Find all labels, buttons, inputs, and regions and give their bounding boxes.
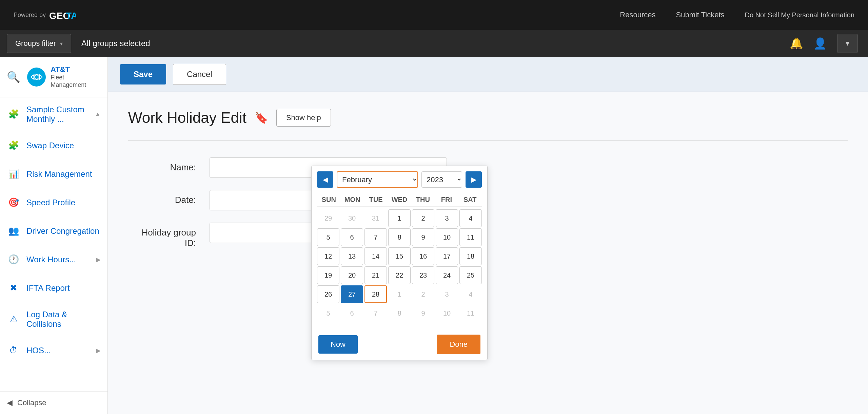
calendar-header: ◀ JanuaryFebruaryMarchAprilMayJuneJulyAu… bbox=[312, 166, 487, 193]
cancel-button[interactable]: Cancel bbox=[173, 64, 226, 85]
calendar-cell-cur-21[interactable]: 21 bbox=[364, 266, 387, 284]
calendar-row-1: 567891011 bbox=[317, 228, 482, 246]
sidebar-item-risk-management[interactable]: 📊 Risk Management bbox=[0, 160, 107, 188]
calendar-cell-next-9: 9 bbox=[412, 304, 434, 322]
calendar-cell-cur-13[interactable]: 13 bbox=[341, 247, 363, 265]
save-button[interactable]: Save bbox=[120, 64, 166, 84]
calendar-row-5: 567891011 bbox=[317, 304, 482, 322]
sidebar-item-speed-profile[interactable]: 🎯 Speed Profile bbox=[0, 188, 107, 217]
calendar-cell-cur-10[interactable]: 10 bbox=[436, 228, 458, 246]
nav-label-ifta-report: IFTA Report bbox=[26, 283, 101, 293]
logo-area: Powered by GEO TAB bbox=[14, 8, 76, 22]
filter-bar: Groups filter ▾ All groups selected 🔔 👤 … bbox=[0, 30, 868, 57]
submit-tickets-link[interactable]: Submit Tickets bbox=[676, 11, 724, 19]
top-bar: Powered by GEO TAB Resources Submit Tick… bbox=[0, 0, 868, 30]
day-header-fri: FRI bbox=[435, 196, 458, 204]
calendar-cell-next-11: 11 bbox=[459, 304, 482, 322]
calendar-day-headers: SUNMONTUEWEDTHUFRISAT bbox=[317, 193, 482, 207]
form-row-holiday-group: Holiday group ID: bbox=[128, 223, 848, 248]
collapse-button[interactable]: ◀ Collapse bbox=[7, 398, 101, 407]
nav-label-hos: HOS... bbox=[26, 346, 90, 355]
calendar-cell-cur-18[interactable]: 18 bbox=[459, 247, 482, 265]
calendar-cell-cur-22[interactable]: 22 bbox=[388, 266, 411, 284]
svg-text:TAB: TAB bbox=[66, 11, 76, 21]
calendar-rows: 2930311234567891011121314151617181920212… bbox=[317, 209, 482, 322]
user-icon[interactable]: 👤 bbox=[813, 37, 827, 50]
content-body: Work Holiday Edit 🔖 Show help Name: Date… bbox=[108, 92, 868, 265]
calendar-cell-next-4: 4 bbox=[459, 285, 482, 303]
sidebar-footer: ◀ Collapse bbox=[0, 391, 107, 414]
nav-icon-risk-management: 📊 bbox=[7, 167, 20, 181]
holiday-group-label: Holiday group ID: bbox=[128, 223, 196, 248]
nav-arrow-work-hours: ▶ bbox=[96, 256, 101, 263]
calendar-year-select[interactable]: 202220232024 bbox=[421, 171, 462, 188]
nav-icon-hos: ⏱ bbox=[7, 344, 20, 357]
calendar-cell-cur-7[interactable]: 7 bbox=[364, 228, 387, 246]
nav-icon-ifta-report: ✖ bbox=[7, 281, 20, 295]
calendar-next-button[interactable]: ▶ bbox=[466, 171, 482, 188]
calendar-cell-cur-19[interactable]: 19 bbox=[317, 266, 339, 284]
sidebar-item-sample-custom[interactable]: 🧩 Sample Custom Monthly ... ▲ bbox=[0, 97, 107, 131]
sidebar-item-driver-congregation[interactable]: 👥 Driver Congregation bbox=[0, 217, 107, 245]
search-icon[interactable]: 🔍 bbox=[7, 71, 20, 83]
calendar-cell-next-1: 1 bbox=[388, 285, 411, 303]
calendar-cell-cur-16[interactable]: 16 bbox=[412, 247, 434, 265]
content-toolbar: Save Cancel bbox=[108, 57, 868, 92]
user-menu-label: ▾ bbox=[846, 39, 849, 48]
now-button[interactable]: Now bbox=[318, 335, 358, 354]
nav-label-swap-device: Swap Device bbox=[26, 141, 101, 150]
sidebar-item-log-data[interactable]: ⚠ Log Data & Collisions bbox=[0, 302, 107, 336]
calendar-cell-cur-4[interactable]: 4 bbox=[459, 209, 482, 227]
name-label: Name: bbox=[128, 157, 196, 173]
nav-icon-work-hours: 🕐 bbox=[7, 253, 20, 266]
calendar-cell-cur-28[interactable]: 28 bbox=[364, 285, 387, 303]
calendar-cell-next-5: 5 bbox=[317, 304, 339, 322]
resources-link[interactable]: Resources bbox=[620, 11, 655, 19]
calendar-prev-icon: ◀ bbox=[323, 175, 328, 184]
sidebar-item-hos[interactable]: ⏱ HOS... ▶ bbox=[0, 336, 107, 365]
calendar-cell-cur-3[interactable]: 3 bbox=[436, 209, 458, 227]
calendar-cell-cur-20[interactable]: 20 bbox=[341, 266, 363, 284]
nav-label-log-data: Log Data & Collisions bbox=[26, 310, 101, 329]
brand-logo: AT&T Fleet Management bbox=[27, 65, 101, 89]
sidebar-item-work-hours[interactable]: 🕐 Work Hours... ▶ bbox=[0, 245, 107, 274]
calendar-cell-cur-15[interactable]: 15 bbox=[388, 247, 411, 265]
brand-text: AT&T Fleet Management bbox=[51, 65, 101, 89]
collapse-label: Collapse bbox=[17, 398, 46, 407]
calendar-cell-cur-26[interactable]: 26 bbox=[317, 285, 339, 303]
calendar-cell-cur-1[interactable]: 1 bbox=[388, 209, 411, 227]
divider bbox=[128, 140, 848, 140]
calendar-cell-cur-5[interactable]: 5 bbox=[317, 228, 339, 246]
sidebar-item-swap-device[interactable]: 🧩 Swap Device bbox=[0, 131, 107, 160]
nav-icon-swap-device: 🧩 bbox=[7, 139, 20, 152]
calendar-cell-cur-25[interactable]: 25 bbox=[459, 266, 482, 284]
sidebar-item-ifta-report[interactable]: ✖ IFTA Report bbox=[0, 274, 107, 302]
calendar-cell-cur-17[interactable]: 17 bbox=[436, 247, 458, 265]
calendar-cell-cur-14[interactable]: 14 bbox=[364, 247, 387, 265]
done-button[interactable]: Done bbox=[437, 335, 480, 354]
nav-label-risk-management: Risk Management bbox=[26, 169, 101, 179]
user-menu-button[interactable]: ▾ bbox=[837, 34, 858, 53]
calendar-cell-cur-11[interactable]: 11 bbox=[459, 228, 482, 246]
show-help-button[interactable]: Show help bbox=[276, 109, 331, 127]
notification-bell-icon[interactable]: 🔔 bbox=[790, 37, 803, 50]
calendar-cell-cur-27[interactable]: 27 bbox=[341, 285, 363, 303]
calendar-cell-cur-9[interactable]: 9 bbox=[412, 228, 434, 246]
calendar-cell-cur-6[interactable]: 6 bbox=[341, 228, 363, 246]
do-not-sell-link[interactable]: Do Not Sell My Personal Information bbox=[745, 11, 854, 19]
calendar-cell-cur-8[interactable]: 8 bbox=[388, 228, 411, 246]
calendar-prev-button[interactable]: ◀ bbox=[317, 171, 333, 188]
groups-filter-button[interactable]: Groups filter ▾ bbox=[7, 34, 71, 53]
calendar-cell-cur-23[interactable]: 23 bbox=[412, 266, 434, 284]
calendar-cell-next-10: 10 bbox=[436, 304, 458, 322]
form-section: Name: Date: Holiday group ID: bbox=[128, 157, 848, 248]
filter-bar-right: 🔔 👤 ▾ bbox=[790, 34, 858, 53]
calendar-cell-cur-24[interactable]: 24 bbox=[436, 266, 458, 284]
calendar-month-select[interactable]: JanuaryFebruaryMarchAprilMayJuneJulyAugu… bbox=[337, 171, 418, 188]
calendar-cell-cur-12[interactable]: 12 bbox=[317, 247, 339, 265]
sidebar-nav: 🧩 Sample Custom Monthly ... ▲ 🧩 Swap Dev… bbox=[0, 97, 107, 391]
sidebar: 🔍 AT&T Fleet Management 🧩 bbox=[0, 57, 108, 414]
calendar-cell-cur-2[interactable]: 2 bbox=[412, 209, 434, 227]
svg-point-2 bbox=[31, 72, 42, 82]
day-header-sun: SUN bbox=[317, 196, 340, 204]
